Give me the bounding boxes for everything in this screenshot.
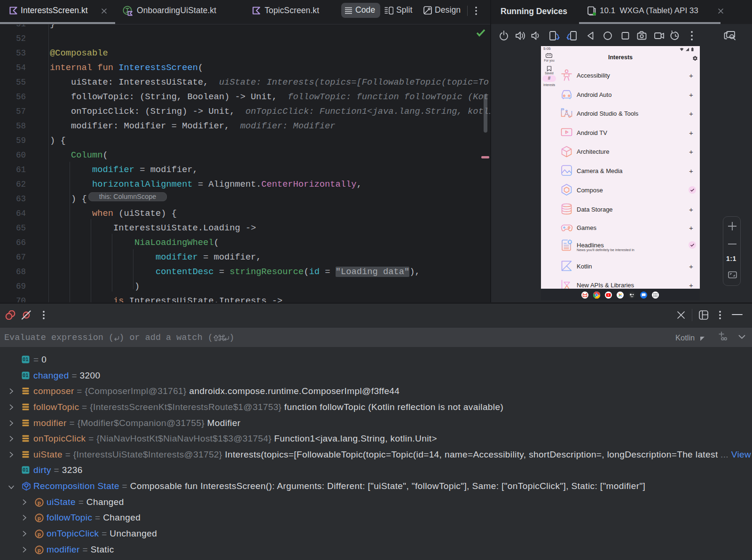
svg-text:p: p — [38, 515, 41, 521]
svg-text:01: 01 — [23, 356, 28, 362]
svg-text:01: 01 — [23, 372, 28, 378]
svg-text:p: p — [38, 500, 41, 505]
svg-text:p: p — [38, 531, 41, 537]
svg-text:01: 01 — [23, 467, 28, 473]
svg-text:p: p — [38, 547, 41, 553]
